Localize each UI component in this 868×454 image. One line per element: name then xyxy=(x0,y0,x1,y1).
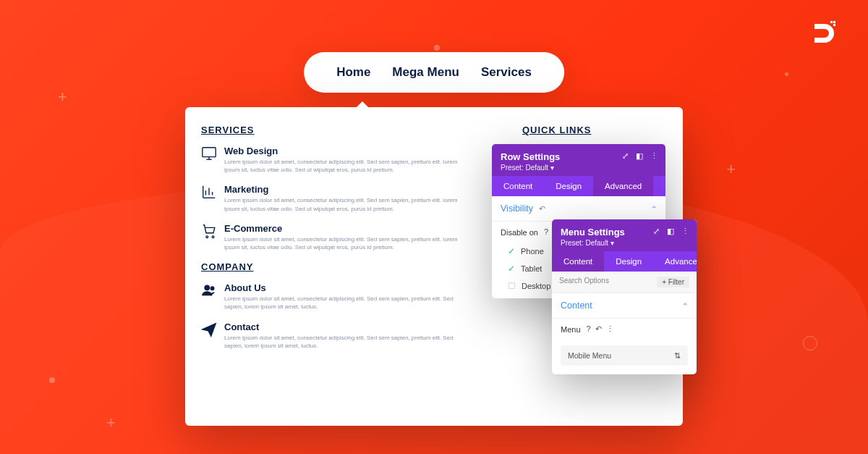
svg-point-12 xyxy=(212,236,214,238)
tab-advanced[interactable]: Advanced xyxy=(593,176,653,196)
tab-content[interactable]: Content xyxy=(492,176,544,196)
users-icon xyxy=(201,282,217,298)
visibility-section[interactable]: Visibility ↶ ⌃ xyxy=(492,196,665,222)
help-icon[interactable]: ? xyxy=(544,227,548,237)
expand-icon[interactable]: ⤢ xyxy=(622,151,629,161)
menu-item-ecommerce[interactable]: E-CommerceLorem ipsum dolor sit amet, co… xyxy=(201,223,472,251)
item-title: About Us xyxy=(224,282,472,293)
item-title: E-Commerce xyxy=(224,223,472,234)
more-icon[interactable]: ⋮ xyxy=(606,324,614,334)
tab-design[interactable]: Design xyxy=(604,251,653,272)
nav-services[interactable]: Services xyxy=(481,65,532,80)
tab-advanced[interactable]: Advanced xyxy=(653,251,697,272)
chevron-up-icon: ⌃ xyxy=(651,205,657,213)
modal-tabs: Content Design Advanced xyxy=(492,176,665,196)
menu-item-web-design[interactable]: Web DesignLorem ipsum dolor sit amet, co… xyxy=(201,146,472,174)
quicklinks-heading: QUICK LINKS xyxy=(522,125,667,135)
menu-select[interactable]: Mobile Menu ⇅ xyxy=(561,345,688,366)
company-heading: COMPANY xyxy=(201,261,472,272)
send-icon xyxy=(201,321,217,337)
tab-design[interactable]: Design xyxy=(544,176,593,196)
item-title: Web Design xyxy=(224,146,472,156)
disable-on-label: Disable on xyxy=(501,228,538,237)
monitor-icon xyxy=(201,146,217,161)
content-section[interactable]: Content ⌃ xyxy=(552,293,697,319)
item-desc: Lorem ipsum dolor sit amet, consectetur … xyxy=(224,235,472,251)
item-desc: Lorem ipsum dolor sit amet, consectetur … xyxy=(224,295,472,311)
item-desc: Lorem ipsum dolor sit amet, consectetur … xyxy=(224,196,472,212)
svg-rect-2 xyxy=(833,24,835,26)
more-icon[interactable]: ⋮ xyxy=(681,227,689,236)
chevron-up-icon: ⌃ xyxy=(682,302,688,310)
svg-rect-3 xyxy=(203,148,216,157)
brand-logo xyxy=(809,18,839,55)
services-heading: SERVICES xyxy=(201,125,472,135)
menu-item-about[interactable]: About UsLorem ipsum dolor sit amet, cons… xyxy=(201,282,472,311)
item-title: Marketing xyxy=(224,184,472,195)
svg-point-14 xyxy=(210,287,214,290)
modal-tabs: Content Design Advanced xyxy=(552,251,697,272)
modal-preset[interactable]: Preset: Default ▾ xyxy=(561,239,688,247)
check-icon: ✓ xyxy=(508,246,515,256)
search-input[interactable]: Search Options xyxy=(559,277,609,287)
tab-content[interactable]: Content xyxy=(552,251,604,272)
dock-icon[interactable]: ◧ xyxy=(667,227,674,236)
expand-icon[interactable]: ⤢ xyxy=(653,227,660,236)
item-title: Contact xyxy=(224,321,472,332)
more-icon[interactable]: ⋮ xyxy=(650,151,658,161)
menu-item-contact[interactable]: ContactLorem ipsum dolor sit amet, conse… xyxy=(201,321,472,350)
check-icon: ✓ xyxy=(508,264,515,274)
help-icon[interactable]: ? xyxy=(587,324,591,334)
svg-rect-0 xyxy=(830,21,833,23)
item-desc: Lorem ipsum dolor sit amet, consectetur … xyxy=(224,158,472,174)
nav-home[interactable]: Home xyxy=(336,65,370,80)
menu-item-marketing[interactable]: MarketingLorem ipsum dolor sit amet, con… xyxy=(201,184,472,212)
chart-icon xyxy=(201,184,217,200)
svg-point-11 xyxy=(206,236,208,238)
menu-field-label: Menu xyxy=(561,325,581,334)
modal-preset[interactable]: Preset: Default ▾ xyxy=(501,164,657,172)
menu-settings-modal: Menu Settings Preset: Default ▾ ⤢ ◧ ⋮ Co… xyxy=(552,219,697,374)
undo-icon[interactable]: ↶ xyxy=(595,324,602,334)
item-desc: Lorem ipsum dolor sit amet, consectetur … xyxy=(224,334,472,350)
filter-button[interactable]: + Filter xyxy=(657,277,689,287)
main-nav: Home Mega Menu Services xyxy=(304,52,564,93)
undo-icon[interactable]: ↶ xyxy=(539,204,545,214)
svg-rect-1 xyxy=(833,21,835,23)
dock-icon[interactable]: ◧ xyxy=(636,151,643,161)
nav-mega-menu[interactable]: Mega Menu xyxy=(392,65,459,80)
dropdown-icon: ⇅ xyxy=(674,351,681,360)
cart-icon xyxy=(201,223,217,239)
svg-point-13 xyxy=(205,285,209,290)
unchecked-icon: ☐ xyxy=(508,281,516,291)
